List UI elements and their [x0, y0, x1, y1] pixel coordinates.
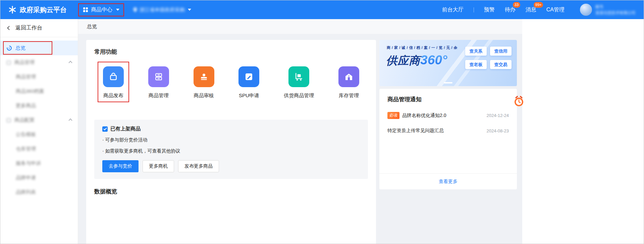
- folder-icon: [6, 118, 11, 123]
- sidebar-item-blurred[interactable]: 商品360档案: [0, 84, 78, 99]
- warehouse-icon: [338, 66, 359, 87]
- product-center-label: 商品中心: [91, 6, 112, 13]
- breadcrumb-current: 总览: [87, 23, 97, 30]
- bag-icon: [103, 66, 124, 87]
- nav-message-label: 消息: [526, 7, 536, 12]
- logo-icon: [8, 6, 16, 14]
- check-boss-button[interactable]: 查老板: [465, 60, 487, 69]
- join-bidding-button[interactable]: 去参与竞价: [102, 160, 139, 172]
- function-shortcuts: 商品发布 商品管理 商品审核: [94, 66, 368, 99]
- banner-buttons: 查关系 查信用 查老板 查交易: [465, 47, 512, 69]
- notice-item[interactable]: 特定资质上传常见问题汇总 2024-08-23: [387, 128, 509, 134]
- check-relations-button[interactable]: 查关系: [465, 47, 487, 56]
- sidebar-group-blurred[interactable]: 商品配置: [0, 113, 78, 127]
- right-white-area: [522, 19, 644, 244]
- check-transactions-button[interactable]: 查交易: [490, 60, 512, 69]
- view-more-link[interactable]: 查看更多: [379, 173, 517, 189]
- notice-text: 特定资质上传常见问题汇总: [387, 128, 444, 134]
- common-functions-title: 常用功能: [94, 48, 368, 56]
- tip-header: 已有上架商品: [102, 126, 360, 132]
- sidebar-item-blurred[interactable]: 公告模板: [0, 127, 78, 142]
- fn-label: 商品审核: [194, 93, 214, 99]
- sidebar-item-blurred[interactable]: 品牌列表: [0, 185, 78, 199]
- banner-title-main: 供应商: [386, 53, 420, 68]
- sidebar-item-blurred[interactable]: 商品管理: [0, 70, 78, 84]
- notice-title: 商品管理通知: [387, 96, 509, 103]
- tip-line-1: · 可参与部分竞价活动: [102, 137, 360, 143]
- fn-product-review[interactable]: 商品审核: [194, 66, 214, 99]
- alarm-clock-float-icon[interactable]: [513, 95, 525, 108]
- sidebar-item-blurred[interactable]: 更多商品: [0, 99, 78, 113]
- sidebar-item-blurred[interactable]: 仓库管理: [0, 142, 78, 156]
- publish-more-products-button[interactable]: 发布更多商品: [178, 160, 219, 172]
- stamp-icon: [194, 66, 214, 87]
- back-to-workspace-button[interactable]: 返回工作台: [0, 19, 78, 37]
- todo-count-badge: 33: [513, 2, 520, 8]
- nav-message[interactable]: 消息 99+: [526, 6, 536, 13]
- fn-label: SPU申请: [239, 93, 259, 99]
- pencil-icon: [238, 66, 259, 87]
- notice-item[interactable]: 必读 品牌名称优化通知2.0 2024-12-24: [387, 112, 509, 119]
- topbar-nav: 前台大厅 预警 待办 33 消息 99+ CA管理: [442, 6, 565, 13]
- fn-spu-apply[interactable]: SPU申请: [238, 66, 259, 99]
- fn-supply-product-management[interactable]: 供货商品管理: [284, 66, 314, 99]
- nav-todo[interactable]: 待办 33: [505, 6, 516, 13]
- tip-line-2: · 如需获取更多商机，可查看其他协议: [102, 148, 360, 154]
- data-overview-title: 数据概览: [94, 188, 368, 195]
- notice-date: 2024-12-24: [487, 113, 509, 118]
- sidebar-menu: 总览 商品管理 商品管理 商品360档案 更多商品 商品配置 公告模: [0, 37, 78, 199]
- fn-label: 商品管理: [149, 93, 169, 99]
- folder-icon: [6, 60, 11, 65]
- chevron-up-icon: [68, 61, 72, 64]
- brand: 政府采购云平台: [8, 5, 67, 14]
- nav-warning[interactable]: 预警: [484, 6, 495, 13]
- tip-title: 已有上架商品: [110, 126, 141, 132]
- product-center-menu[interactable]: 商品中心: [78, 3, 124, 16]
- org-blurred-content: 浙江省本级政府采购: [133, 7, 185, 13]
- screen: 政府采购云平台 商品中心 浙江省本级政府采购 前台大厅 预警 待办 33 消息: [0, 0, 644, 244]
- common-functions-card: 常用功能 商品发布 商品管理: [86, 40, 376, 244]
- banner-slogan: 商 / 家 / 诚 / 信 / 档 / 案 / 一 / 览 / 无 / 余: [387, 45, 458, 50]
- cart-icon: [288, 66, 309, 87]
- fn-label: 供货商品管理: [284, 93, 314, 99]
- sidebar: 返回工作台 总览 商品管理 商品管理 商品360档案 更多商品: [0, 19, 78, 244]
- user-menu[interactable]: 账号 某某信息技术有限公司: [580, 4, 636, 16]
- cabinet-icon: [148, 66, 169, 87]
- breadcrumb: 总览: [78, 19, 522, 34]
- overview-icon: [6, 45, 12, 51]
- check-credit-button[interactable]: 查信用: [490, 47, 512, 56]
- chevron-left-icon: [7, 26, 11, 30]
- checkbox-checked-icon[interactable]: [102, 126, 108, 132]
- sidebar-item-blurred[interactable]: 服务与申诉: [0, 156, 78, 171]
- chevron-down-icon: [116, 9, 119, 11]
- divider: [474, 7, 474, 12]
- supplier360-banner[interactable]: 商 / 家 / 诚 / 信 / 档 / 案 / 一 / 览 / 无 / 余 供应…: [379, 40, 517, 86]
- chevron-down-icon: [188, 9, 191, 11]
- nav-todo-label: 待办: [505, 7, 516, 12]
- chevron-up-icon: [68, 118, 72, 122]
- sidebar-item-blurred[interactable]: 品牌申请: [0, 171, 78, 185]
- topbar: 政府采购云平台 商品中心 浙江省本级政府采购 前台大厅 预警 待办 33 消息: [0, 0, 644, 19]
- user-name: 账号: [595, 4, 636, 10]
- user-info-blurred: 账号 某某信息技术有限公司: [595, 4, 636, 16]
- back-label: 返回工作台: [15, 24, 42, 32]
- grid-icon: [83, 7, 88, 12]
- user-company: 某某信息技术有限公司: [595, 10, 636, 16]
- org-switcher[interactable]: 浙江省本级政府采购: [133, 7, 191, 13]
- fn-product-publish[interactable]: 商品发布: [103, 66, 124, 99]
- nav-front-hall[interactable]: 前台大厅: [442, 6, 464, 13]
- location-pin-icon: [133, 7, 138, 12]
- fn-inventory-management[interactable]: 库存管理: [338, 66, 359, 99]
- sidebar-group-blurred[interactable]: 商品管理: [0, 55, 78, 70]
- sidebar-item-overview[interactable]: 总览: [0, 41, 78, 55]
- notice-date: 2024-08-23: [487, 128, 509, 133]
- tip-buttons: 去参与竞价 更多商机 发布更多商品: [102, 160, 360, 172]
- banner-title-360: 360°: [420, 53, 447, 67]
- notice-text: 品牌名称优化通知2.0: [402, 113, 446, 119]
- carousel-indicator[interactable]: [444, 82, 452, 83]
- nav-ca-management[interactable]: CA管理: [546, 6, 565, 13]
- more-opportunities-button[interactable]: 更多商机: [143, 160, 174, 172]
- message-count-badge: 99+: [534, 2, 543, 8]
- avatar[interactable]: [580, 4, 592, 16]
- fn-product-management[interactable]: 商品管理: [148, 66, 169, 99]
